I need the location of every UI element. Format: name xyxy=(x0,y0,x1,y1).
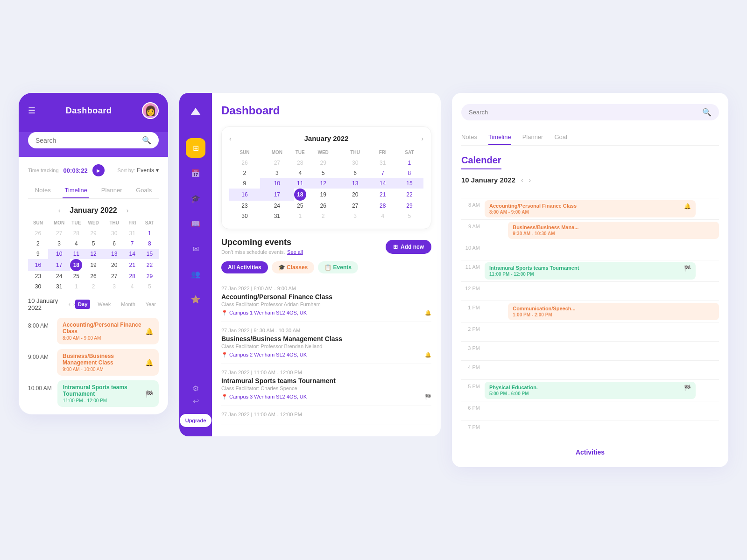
cal-day[interactable]: 1 xyxy=(395,158,423,168)
middle-cal-prev[interactable]: ‹ xyxy=(229,135,232,142)
cal-day[interactable]: 4 xyxy=(70,238,82,249)
play-button[interactable]: ▶ xyxy=(92,164,105,176)
cal-day[interactable]: 26 xyxy=(306,201,340,211)
cal-day[interactable]: 26 xyxy=(28,228,48,238)
cal-day[interactable]: 30 xyxy=(340,158,370,168)
cal-day[interactable]: 2 xyxy=(229,168,260,178)
cal-day[interactable]: 16 xyxy=(229,189,260,201)
cal-day[interactable]: 4 xyxy=(370,211,395,221)
cal-day[interactable]: 7 xyxy=(370,168,395,178)
right-search-wrapper[interactable]: 🔍 xyxy=(461,104,719,120)
cal-day[interactable]: 28 xyxy=(70,228,82,238)
cal-day[interactable]: 31 xyxy=(370,158,395,168)
right-tab-notes[interactable]: Notes xyxy=(461,130,477,145)
mobile-search-wrapper[interactable]: 🔍 xyxy=(28,132,159,148)
cal-next-btn[interactable]: › xyxy=(127,207,129,214)
cal-day[interactable]: 12 xyxy=(82,249,104,259)
cal-day[interactable]: 29 xyxy=(82,228,104,238)
filter-classes[interactable]: 🎓 Classes xyxy=(272,261,315,273)
cal-day[interactable]: 20 xyxy=(340,189,370,201)
cal-day[interactable]: 31 xyxy=(48,281,70,292)
cal-day[interactable]: 29 xyxy=(395,201,423,211)
see-all-link[interactable]: See all xyxy=(287,249,303,255)
date-nav-prev[interactable]: ‹ xyxy=(521,176,523,184)
cal-day[interactable]: 5 xyxy=(82,238,104,249)
cal-day[interactable]: 9 xyxy=(229,178,260,189)
cal-day[interactable]: 27 xyxy=(260,158,294,168)
tab-goals[interactable]: Goals xyxy=(134,183,154,198)
cal-day[interactable]: 28 xyxy=(370,201,395,211)
timeline-event-accounting[interactable]: Accounting/Personal Finance Class 🔔 8:00… xyxy=(485,200,696,217)
hamburger-icon[interactable]: ☰ xyxy=(28,105,35,116)
event-card-2[interactable]: Business/Business Management Class 9:00 … xyxy=(57,349,159,376)
sidebar-item-book[interactable]: 📖 xyxy=(186,214,205,233)
date-prev-btn[interactable]: ‹ xyxy=(69,301,70,308)
cal-day[interactable]: 15 xyxy=(141,249,159,259)
cal-day[interactable]: 27 xyxy=(340,201,370,211)
filter-events[interactable]: 📋 Events xyxy=(318,261,358,273)
view-day[interactable]: Day xyxy=(75,300,90,309)
cal-day[interactable]: 19 xyxy=(82,259,104,271)
cal-day[interactable]: 23 xyxy=(28,271,48,281)
view-week[interactable]: Week xyxy=(95,300,113,309)
timeline-event-pe[interactable]: Physical Education. 🏁 5:00 PM - 6:00 PM xyxy=(485,382,696,399)
cal-day[interactable]: 11 xyxy=(70,249,82,259)
sidebar-item-mail[interactable]: ✉ xyxy=(186,239,205,259)
event-card-1[interactable]: Accounting/Personal Finance Class 8:00 A… xyxy=(57,318,159,344)
upgrade-button[interactable]: Upgrade xyxy=(180,414,212,427)
cal-day[interactable]: 5 xyxy=(306,168,340,178)
cal-day[interactable]: 4 xyxy=(124,281,141,292)
cal-day[interactable]: 1 xyxy=(70,281,82,292)
cal-day[interactable]: 14 xyxy=(370,178,395,189)
cal-day[interactable]: 7 xyxy=(124,238,141,249)
event-card-3[interactable]: Intramural Sports teams Tournament 11:00… xyxy=(57,380,159,407)
right-tab-goal[interactable]: Goal xyxy=(554,130,567,145)
cal-day[interactable]: 8 xyxy=(395,168,423,178)
cal-day[interactable]: 27 xyxy=(48,228,70,238)
sidebar-item-activities[interactable]: ⊞ xyxy=(186,138,205,158)
date-nav-next[interactable]: › xyxy=(529,176,531,184)
cal-day[interactable]: 1 xyxy=(141,228,159,238)
cal-day[interactable]: 22 xyxy=(141,259,159,271)
cal-day[interactable]: 6 xyxy=(105,238,124,249)
cal-day[interactable]: 30 xyxy=(28,281,48,292)
cal-prev-btn[interactable]: ‹ xyxy=(58,207,61,214)
cal-day[interactable]: 29 xyxy=(306,158,340,168)
cal-day[interactable]: 30 xyxy=(105,228,124,238)
cal-day[interactable]: 24 xyxy=(48,271,70,281)
timeline-event-sports[interactable]: Intramural Sports teams Tournament 🏁 11:… xyxy=(485,262,696,280)
cal-day[interactable]: 31 xyxy=(260,211,294,221)
view-month[interactable]: Month xyxy=(118,300,138,309)
cal-day[interactable]: 17 xyxy=(48,259,70,271)
cal-day[interactable]: 10 xyxy=(260,178,294,189)
mobile-search-input[interactable] xyxy=(35,137,138,144)
cal-day[interactable]: 28 xyxy=(294,158,306,168)
add-new-button[interactable]: ⊞ Add new xyxy=(386,240,431,254)
cal-day[interactable]: 5 xyxy=(395,211,423,221)
view-year[interactable]: Year xyxy=(143,300,159,309)
signout-icon[interactable]: ↩ xyxy=(193,397,199,406)
cal-day[interactable]: 8 xyxy=(141,238,159,249)
cal-day[interactable]: 30 xyxy=(229,211,260,221)
cal-day[interactable]: 3 xyxy=(340,211,370,221)
cal-day[interactable]: 9 xyxy=(28,249,48,259)
timeline-event-business[interactable]: Business/Business Mana... 9:30 AM - 10:3… xyxy=(508,222,719,239)
cal-day[interactable]: 12 xyxy=(306,178,340,189)
right-tab-timeline[interactable]: Timeline xyxy=(488,130,511,145)
cal-day[interactable]: 21 xyxy=(370,189,395,201)
middle-cal-next[interactable]: › xyxy=(421,135,423,142)
cal-day[interactable]: 28 xyxy=(124,271,141,281)
cal-day[interactable]: 13 xyxy=(105,249,124,259)
cal-day[interactable]: 11 xyxy=(294,178,306,189)
tab-notes[interactable]: Notes xyxy=(33,183,53,198)
timeline-event-communication[interactable]: Communication/Speech... 1:00 PM - 2:00 P… xyxy=(508,303,719,320)
sidebar-item-star[interactable]: ⭐ xyxy=(186,289,205,309)
cal-day[interactable]: 4 xyxy=(294,168,306,178)
cal-day[interactable]: 26 xyxy=(82,271,104,281)
cal-day[interactable]: 3 xyxy=(48,238,70,249)
cal-day[interactable]: 1 xyxy=(294,211,306,221)
cal-day[interactable]: 23 xyxy=(229,201,260,211)
cal-day[interactable]: 3 xyxy=(105,281,124,292)
right-tab-planner[interactable]: Planner xyxy=(522,130,543,145)
tab-planner[interactable]: Planner xyxy=(99,183,124,198)
